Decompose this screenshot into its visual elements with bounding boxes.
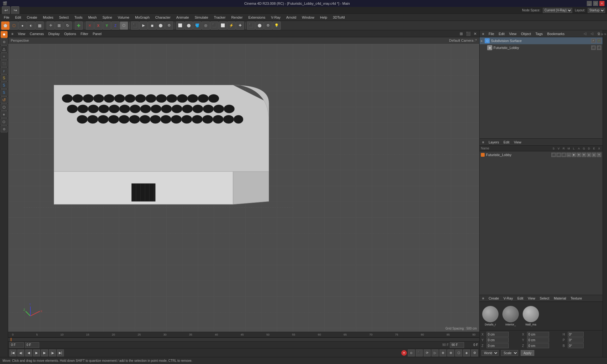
knife-btn[interactable]: ⚡ bbox=[227, 21, 236, 30]
coord-system-btn[interactable]: ⬡ bbox=[120, 21, 128, 30]
coord-z-input[interactable] bbox=[487, 343, 509, 348]
layers-menu-view[interactable]: View bbox=[512, 140, 523, 144]
left-tool-7[interactable]: S bbox=[1, 75, 8, 82]
om-menu-toggle[interactable]: ≡ bbox=[481, 32, 485, 36]
key-btn[interactable]: ◈ bbox=[463, 349, 470, 356]
rotate-tool-btn[interactable]: ↻ bbox=[64, 21, 72, 30]
menu-character[interactable]: Character bbox=[153, 15, 173, 20]
ik-btn[interactable]: ⊗ bbox=[447, 349, 454, 356]
layer-flag-d[interactable]: D bbox=[587, 153, 591, 157]
menu-tools[interactable]: Tools bbox=[72, 15, 85, 20]
om-menu-edit[interactable]: Edit bbox=[497, 32, 506, 36]
material-assign-btn[interactable]: ◎ bbox=[202, 21, 210, 30]
menu-arnold[interactable]: Arnold bbox=[284, 15, 299, 20]
no-icon-btn[interactable]: ✕ bbox=[86, 21, 94, 30]
texture-mode-btn[interactable]: ⬡ bbox=[10, 21, 18, 30]
mat-menu-edit[interactable]: Edit bbox=[516, 296, 524, 300]
mat-menu-material[interactable]: Material bbox=[553, 296, 567, 300]
layer-row-lobby[interactable]: Futuristic_Lobby ⬛ ⬛ ⬛ — ▶ ⊕ ⊗ D E bbox=[480, 151, 603, 158]
motion-clip-btn[interactable]: ⊙ bbox=[408, 349, 415, 356]
menu-volume[interactable]: Volume bbox=[115, 15, 132, 20]
disp-btn[interactable]: ⬤ bbox=[255, 21, 264, 30]
render-region-btn[interactable]: ⬛ bbox=[131, 21, 139, 30]
motion-btn[interactable]: ⊕ bbox=[439, 349, 446, 356]
left-tool-8[interactable]: S bbox=[1, 82, 8, 89]
vp-close-icon[interactable]: ✕ bbox=[472, 31, 478, 37]
menu-render[interactable]: Render bbox=[229, 15, 245, 20]
vp-menu-view[interactable]: View bbox=[16, 31, 27, 36]
menu-create[interactable]: Create bbox=[24, 15, 40, 20]
box-icon-btn[interactable]: ⬜ bbox=[176, 21, 184, 30]
sphere-icon-btn[interactable]: ⬤ bbox=[185, 21, 193, 30]
close-button[interactable]: ✕ bbox=[599, 1, 604, 6]
vp-menu-options[interactable]: Options bbox=[62, 31, 78, 36]
end-frame-input[interactable] bbox=[450, 342, 464, 348]
material-thumb-interior[interactable] bbox=[502, 306, 519, 322]
loop-btn[interactable]: ⟳ bbox=[424, 349, 431, 356]
next-frame-btn[interactable]: ▶ bbox=[41, 349, 48, 356]
menu-tracker[interactable]: Tracker bbox=[212, 15, 228, 20]
settings-gear-btn[interactable]: ⚙ bbox=[264, 21, 272, 30]
undo-button[interactable]: ↩ bbox=[2, 6, 10, 15]
redo-button[interactable]: ↪ bbox=[11, 6, 19, 15]
coord-h-input[interactable] bbox=[568, 332, 584, 337]
constraint-z[interactable]: Z bbox=[111, 21, 120, 30]
sym-btn[interactable]: ⬛ bbox=[210, 21, 218, 30]
mat-menu-create[interactable]: Create bbox=[487, 296, 500, 300]
mat-menu-texture[interactable]: Texture bbox=[569, 296, 583, 300]
vp-render-icon[interactable]: ⬛ bbox=[465, 31, 471, 37]
material-thumb-details[interactable] bbox=[482, 306, 499, 322]
timeline-tracks[interactable] bbox=[8, 337, 479, 341]
menu-edit[interactable]: Edit bbox=[13, 15, 24, 20]
edge-mode-btn[interactable]: ⬖ bbox=[27, 21, 35, 30]
coord-y2-input[interactable] bbox=[527, 337, 549, 343]
mat-menu-vray[interactable]: V-Ray bbox=[502, 296, 514, 300]
anim-mode-btn[interactable]: ▷ bbox=[432, 349, 438, 356]
scale-tool-btn[interactable]: ⊠ bbox=[55, 21, 63, 30]
mat-menu-toggle[interactable]: ≡ bbox=[481, 296, 485, 300]
left-tool-12[interactable]: ≡ bbox=[1, 111, 8, 118]
left-tool-10[interactable]: ↺ bbox=[1, 96, 8, 103]
layers-menu-edit[interactable]: Edit bbox=[502, 140, 511, 144]
tree-item-subdivision[interactable]: ▶ ⬡ Subdivision Surface ✓ ✓ bbox=[480, 37, 603, 44]
point-mode-btn[interactable]: ● bbox=[18, 21, 27, 30]
play-btn[interactable]: ▶ bbox=[33, 349, 40, 356]
left-tool-4[interactable]: ○ bbox=[1, 53, 8, 60]
menu-mograph[interactable]: MoGraph bbox=[132, 15, 152, 20]
mat-menu-view[interactable]: View bbox=[526, 296, 536, 300]
om-menu-tags[interactable]: Tags bbox=[534, 32, 544, 36]
tree-item-lobby[interactable]: ⊕ Futuristic_Lobby ⬛ ⬛ bbox=[480, 44, 603, 51]
left-tool-1[interactable]: ⬟ bbox=[1, 31, 8, 38]
menu-simulate[interactable]: Simulate bbox=[192, 15, 211, 20]
constraint-x[interactable]: X bbox=[94, 21, 102, 30]
menu-file[interactable]: File bbox=[1, 15, 12, 20]
material-thumb-wall[interactable] bbox=[523, 306, 539, 322]
subdiv-ctrl-2[interactable]: ✓ bbox=[597, 39, 601, 43]
coord-z2-input[interactable] bbox=[527, 343, 549, 348]
vp-menu-filter[interactable]: Filter bbox=[79, 31, 90, 36]
go-end-btn[interactable]: ▶| bbox=[57, 349, 64, 356]
constraint-y[interactable]: Y bbox=[103, 21, 111, 30]
menu-extensions[interactable]: Extensions bbox=[246, 15, 268, 20]
coord-scale-select[interactable]: Scale bbox=[501, 350, 518, 356]
layer-flag-x[interactable]: ✕ bbox=[597, 153, 601, 157]
layer-flag-m[interactable]: — bbox=[567, 153, 571, 157]
left-tool-13[interactable]: ⬡ bbox=[1, 118, 8, 125]
om-menu-object[interactable]: Object bbox=[520, 32, 532, 36]
minimize-button[interactable]: _ bbox=[587, 1, 592, 6]
vp-menu-cameras[interactable]: Cameras bbox=[28, 31, 46, 36]
prev-frame-btn[interactable]: ◀ bbox=[25, 349, 32, 356]
coord-world-select[interactable]: World bbox=[481, 350, 499, 356]
left-tool-9[interactable]: S bbox=[1, 89, 8, 96]
left-tool-11[interactable]: ⬡ bbox=[1, 104, 8, 111]
layer-flag-r[interactable]: ⬛ bbox=[561, 153, 566, 157]
lobby-ctrl-1[interactable]: ⬛ bbox=[591, 46, 596, 50]
menu-spline[interactable]: Spline bbox=[100, 15, 115, 20]
render-settings-btn[interactable]: ⚙ bbox=[165, 21, 173, 30]
layer-flag-s[interactable]: ⬛ bbox=[551, 153, 556, 157]
menu-animate[interactable]: Animate bbox=[174, 15, 191, 20]
layer-flag-g[interactable]: ⊗ bbox=[582, 153, 586, 157]
menu-mesh[interactable]: Mesh bbox=[86, 15, 99, 20]
menu-help[interactable]: Help bbox=[317, 15, 330, 20]
coord-x-input[interactable] bbox=[487, 332, 509, 337]
